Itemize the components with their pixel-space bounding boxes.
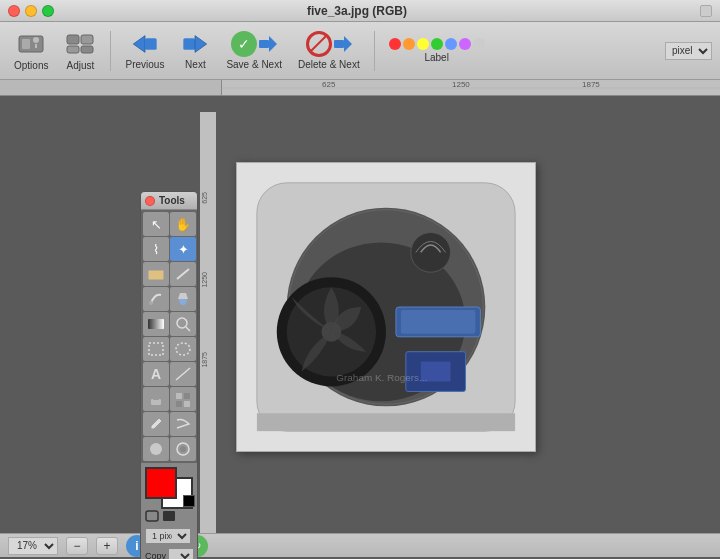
stroke-width-select[interactable]: 1 pixel — [145, 528, 191, 544]
stamp-tool[interactable] — [143, 387, 169, 411]
delete-next-icon — [306, 31, 332, 57]
minimize-button[interactable] — [25, 5, 37, 17]
zoom-select[interactable]: 17% 25% 50% 100% — [8, 537, 58, 555]
previous-button[interactable]: Previous — [119, 28, 170, 73]
lasso-tool[interactable]: ⌇ — [143, 237, 169, 261]
previous-icon — [130, 31, 160, 57]
label-color-purple[interactable] — [459, 38, 471, 50]
quick-mask-icon[interactable] — [145, 510, 159, 522]
paint-bucket-tool[interactable] — [170, 287, 196, 311]
dodge-tool[interactable] — [143, 437, 169, 461]
ruler-vertical: 625 1250 1875 — [200, 112, 216, 533]
eraser-tool[interactable] — [143, 262, 169, 286]
magic-wand-tool[interactable]: ✦ — [170, 237, 196, 261]
tool-grid: ↖ ✋ ⌇ ✦ — [141, 210, 197, 463]
foreground-color-swatch[interactable] — [145, 467, 177, 499]
svg-rect-7 — [81, 46, 93, 53]
svg-rect-5 — [81, 35, 93, 44]
adjust-button[interactable]: Adjust — [58, 27, 102, 74]
svg-rect-32 — [184, 401, 190, 407]
toolbar-sep-2 — [374, 31, 375, 71]
svg-line-18 — [177, 269, 189, 279]
delete-next-button[interactable]: Delete & Next — [292, 28, 366, 73]
canvas-content: Graham K. Rogers... — [216, 112, 720, 533]
toolbox-title-label: Tools — [159, 195, 185, 206]
unit-select[interactable]: pixel inch cm — [665, 42, 712, 60]
save-next-arrow — [259, 31, 277, 57]
toolbox-title-bar: Tools — [141, 192, 197, 210]
pencil-tool[interactable] — [170, 262, 196, 286]
ruler-v-label-1: 625 — [201, 192, 208, 204]
ellipse-select-tool[interactable] — [170, 337, 196, 361]
svg-rect-29 — [176, 393, 182, 399]
close-button[interactable] — [8, 5, 20, 17]
label-color-green[interactable] — [431, 38, 443, 50]
label-color-red[interactable] — [389, 38, 401, 50]
window-resize-icon[interactable] — [700, 5, 712, 17]
default-colors-icon[interactable] — [183, 495, 195, 507]
next-icon — [180, 31, 210, 57]
zoom-canvas-tool[interactable] — [170, 312, 196, 336]
screen-mode-icon[interactable] — [162, 510, 176, 522]
dropper-tool[interactable] — [143, 412, 169, 436]
next-button[interactable]: Next — [174, 28, 216, 73]
brush-tool[interactable] — [143, 287, 169, 311]
svg-marker-15 — [344, 36, 352, 52]
next-label: Next — [185, 59, 206, 70]
label-color-blue[interactable] — [445, 38, 457, 50]
svg-rect-23 — [149, 343, 163, 355]
copy-label: Copy — [145, 551, 166, 559]
svg-rect-20 — [148, 319, 164, 329]
ruler-ticks-svg — [222, 80, 720, 95]
svg-point-21 — [177, 318, 187, 328]
maximize-button[interactable] — [42, 5, 54, 17]
measure-tool[interactable] — [170, 362, 196, 386]
gradient-tool[interactable] — [143, 312, 169, 336]
save-next-icon: ✓ — [231, 31, 257, 57]
svg-rect-51 — [257, 413, 515, 431]
svg-text:Graham K. Rogers...: Graham K. Rogers... — [336, 372, 427, 383]
svg-rect-1 — [22, 39, 30, 49]
copy-section: Copy — [141, 546, 197, 559]
traffic-lights — [8, 5, 54, 17]
label-color-yellow[interactable] — [417, 38, 429, 50]
hand-tool[interactable]: ✋ — [170, 212, 196, 236]
zoom-in-button[interactable]: + — [96, 537, 118, 555]
text-tool[interactable]: A — [143, 362, 169, 386]
svg-line-22 — [186, 327, 190, 331]
label-color-gray[interactable] — [473, 38, 485, 50]
label-section: Label — [383, 35, 491, 66]
toolbox-close-button[interactable] — [145, 196, 155, 206]
svg-point-35 — [180, 446, 186, 452]
color-section — [141, 463, 197, 526]
svg-point-33 — [150, 443, 162, 455]
window-title: five_3a.jpg (RGB) — [62, 4, 652, 18]
burn-tool[interactable] — [170, 437, 196, 461]
pattern-tool[interactable] — [170, 387, 196, 411]
image-svg: Graham K. Rogers... — [237, 163, 535, 451]
smudge-tool[interactable] — [170, 412, 196, 436]
zoom-out-button[interactable]: − — [66, 537, 88, 555]
save-next-button[interactable]: ✓ Save & Next — [220, 28, 288, 73]
svg-rect-47 — [401, 310, 475, 334]
svg-rect-10 — [184, 38, 196, 50]
svg-rect-31 — [176, 401, 182, 407]
canvas-area: 625 1250 1875 — [200, 96, 720, 533]
rect-select-tool[interactable] — [143, 337, 169, 361]
copy-select[interactable] — [168, 548, 194, 559]
select-tool[interactable]: ↖ — [143, 212, 169, 236]
options-button[interactable]: Options — [8, 27, 54, 74]
title-bar: five_3a.jpg (RGB) — [0, 0, 720, 22]
label-colors — [389, 38, 485, 50]
color-mode-icons — [145, 510, 193, 522]
svg-rect-28 — [153, 394, 159, 400]
delete-next-arrow — [334, 31, 352, 57]
svg-rect-17 — [148, 270, 164, 280]
ruler-v-label-3: 1875 — [201, 352, 208, 368]
toolbox: Tools ↖ ✋ ⌇ ✦ — [140, 191, 198, 559]
svg-rect-14 — [334, 40, 344, 48]
svg-point-24 — [176, 343, 190, 355]
label-color-orange[interactable] — [403, 38, 415, 50]
ruler-v-label-2: 1250 — [201, 272, 208, 288]
toolbar-sep-1 — [110, 31, 111, 71]
